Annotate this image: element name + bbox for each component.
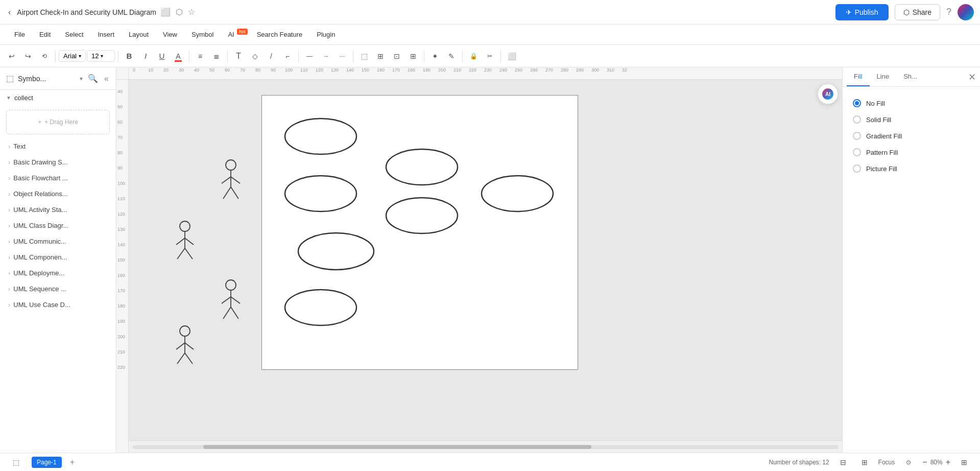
undo-button[interactable]: ↩ <box>4 49 19 64</box>
line-tool-button[interactable]: / <box>264 49 279 64</box>
collect-section[interactable]: ▼ collect <box>0 90 116 106</box>
history-button[interactable]: ⟲ <box>37 49 52 64</box>
tab-shape[interactable]: Sh... <box>896 67 924 86</box>
fit-screen-button[interactable]: ⊞ <box>957 455 972 470</box>
sidebar-item-uml-activity[interactable]: UML Activity Sta... <box>0 202 116 218</box>
focus-toggle[interactable]: ⊙ <box>901 455 916 470</box>
bold-button[interactable]: B <box>122 49 137 64</box>
horizontal-scrollbar[interactable] <box>129 440 842 453</box>
edit-icon-button[interactable]: ✎ <box>444 49 459 64</box>
menu-symbol[interactable]: Symbol <box>185 28 220 41</box>
sidebar-item-uml-component[interactable]: UML Componen... <box>0 249 116 265</box>
fill-option-solid[interactable]: Solid Fill <box>851 111 972 128</box>
tab-icon[interactable]: ⬜ <box>160 7 171 17</box>
menu-ai[interactable]: AI hot <box>222 28 248 41</box>
lock-button[interactable]: 🔒 <box>466 49 481 64</box>
redo-button[interactable]: ↪ <box>20 49 36 64</box>
align-more-button[interactable]: ≣ <box>209 49 224 64</box>
sidebar-item-uml-class[interactable]: UML Class Diagr... <box>0 218 116 233</box>
user-avatar[interactable] <box>958 4 974 20</box>
menu-view[interactable]: View <box>157 28 183 41</box>
zoom-out-button[interactable]: − <box>922 458 927 467</box>
align-items-button[interactable]: ⊞ <box>373 49 388 64</box>
font-color-button[interactable]: A <box>171 49 186 64</box>
ai-float-button[interactable]: AI <box>818 84 838 104</box>
scissors-button[interactable]: ✂ <box>482 49 497 64</box>
fill-option-gradient[interactable]: Gradient Fill <box>851 128 972 144</box>
arrow-style-button[interactable]: → <box>318 49 333 64</box>
fill-option-pattern[interactable]: Pattern Fill <box>851 144 972 160</box>
page-tab-1[interactable]: Page-1 <box>32 457 62 468</box>
connector-tool-button[interactable]: ⌐ <box>280 49 295 64</box>
line-style-button[interactable]: — <box>302 49 317 64</box>
scrollbar-track[interactable] <box>133 445 838 449</box>
sidebar-item-uml-sequence[interactable]: UML Sequence ... <box>0 281 116 297</box>
zoom-fit-button[interactable]: ⊞ <box>405 49 421 64</box>
group-icon-button[interactable]: ⬚ <box>356 49 372 64</box>
canvas-scroll-area[interactable]: AI <box>129 80 842 440</box>
menu-layout[interactable]: Layout <box>123 28 155 41</box>
ruler-h-mark-90: 90 <box>271 67 276 73</box>
back-button[interactable]: ‹ <box>6 6 13 19</box>
sidebar-item-uml-deployment[interactable]: UML Deployme... <box>0 265 116 281</box>
italic-button[interactable]: I <box>138 49 153 64</box>
ellipse-5[interactable] <box>386 149 458 185</box>
dot-style-button[interactable]: ··· <box>334 49 350 64</box>
sidebar-collapse-button[interactable]: « <box>103 73 110 84</box>
ellipse-7[interactable] <box>482 176 553 211</box>
fill-option-none[interactable]: No Fill <box>851 95 972 111</box>
menu-select[interactable]: Select <box>59 28 89 41</box>
shape-tool-button[interactable]: ◇ <box>247 49 262 64</box>
sidebar-item-text[interactable]: Text <box>0 138 116 154</box>
tab-fill[interactable]: Fill <box>847 67 870 86</box>
sidebar-item-uml-usecase[interactable]: UML Use Case D... <box>0 297 116 313</box>
title-icons: ⬜ ⬡ ☆ <box>160 7 195 17</box>
align-button[interactable]: ≡ <box>193 49 208 64</box>
menu-edit[interactable]: Edit <box>33 28 57 41</box>
star-icon[interactable]: ☆ <box>188 7 195 17</box>
grid-view-button[interactable]: ⬚ <box>8 455 23 470</box>
drag-here-area[interactable]: + + Drag Here <box>6 110 110 134</box>
share-button[interactable]: ⬡ Share <box>895 4 940 20</box>
page-icon-button[interactable]: ⬜ <box>504 49 519 64</box>
sidebar-item-object-relations[interactable]: Object Relations... <box>0 186 116 202</box>
fit-page-button[interactable]: ⊡ <box>389 49 404 64</box>
ellipse-4[interactable] <box>285 290 356 325</box>
zoom-in-button[interactable]: + <box>946 458 950 467</box>
ellipse-1[interactable] <box>285 119 356 154</box>
magic-button[interactable]: ✦ <box>427 49 443 64</box>
external-link-icon[interactable]: ⬡ <box>176 7 183 17</box>
menu-file[interactable]: File <box>8 28 31 41</box>
sidebar-item-basic-flowchart[interactable]: Basic Flowchart ... <box>0 170 116 186</box>
publish-button[interactable]: ✈ Publish <box>835 4 889 20</box>
ellipse-2[interactable] <box>285 176 356 211</box>
sidebar-item-basic-drawing-label: Basic Drawing S... <box>13 158 67 166</box>
layers-button[interactable]: ⊟ <box>835 455 851 470</box>
font-family-selector[interactable]: Arial ▾ <box>59 50 86 62</box>
sidebar-item-basic-flowchart-label: Basic Flowchart ... <box>13 174 67 182</box>
sidebar-search-button[interactable]: 🔍 <box>87 73 99 84</box>
right-panel-close-button[interactable]: ✕ <box>968 72 976 83</box>
menu-insert[interactable]: Insert <box>92 28 121 41</box>
text-tool-button[interactable]: T <box>231 49 246 64</box>
menu-search-feature[interactable]: Search Feature <box>251 28 309 41</box>
underline-button[interactable]: U <box>154 49 170 64</box>
fill-option-picture[interactable]: Picture Fill <box>851 160 972 177</box>
sidebar-item-uml-communic[interactable]: UML Communic... <box>0 233 116 249</box>
font-size-selector[interactable]: 12 ▾ <box>87 50 115 62</box>
add-page-button[interactable]: + <box>70 458 75 467</box>
scrollbar-thumb[interactable] <box>203 445 591 449</box>
sidebar-item-basic-drawing[interactable]: Basic Drawing S... <box>0 154 116 170</box>
sidebar-dropdown-icon[interactable]: ▾ <box>80 75 83 82</box>
ellipse-3[interactable] <box>298 233 374 270</box>
font-size-dropdown-icon: ▾ <box>101 53 103 59</box>
tab-line[interactable]: Line <box>870 67 897 86</box>
radio-pattern-fill <box>853 148 861 156</box>
svg-point-12 <box>226 280 236 290</box>
ruler-v-mark-130: 130 <box>117 227 125 232</box>
menu-plugin[interactable]: Plugin <box>310 28 341 41</box>
ellipse-6[interactable] <box>386 198 458 233</box>
help-button[interactable]: ? <box>946 7 951 17</box>
svg-line-11 <box>185 248 193 259</box>
fit-view-button[interactable]: ⊞ <box>857 455 872 470</box>
